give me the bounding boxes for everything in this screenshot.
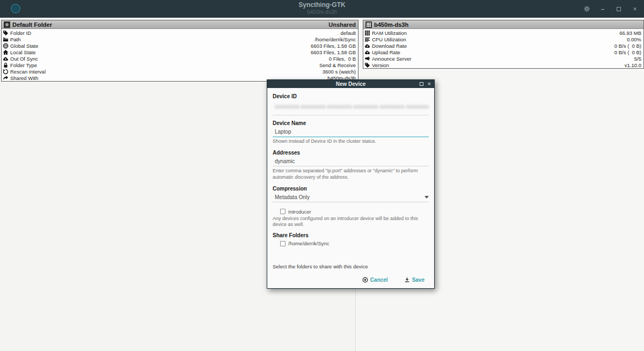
lock-icon: [3, 62, 9, 68]
share-folder-row[interactable]: /home/derrik/Sync: [273, 240, 429, 246]
dialog-maximize-icon[interactable]: [420, 82, 423, 86]
folder-title: Default Folder: [12, 21, 52, 28]
compression-select[interactable]: Metadata Only: [273, 193, 429, 202]
table-row: Global State 6603 Files, 1.58 GB: [2, 42, 358, 49]
device-panel[interactable]: b450m-ds3h RAM Utilization 66.93 MB CPU …: [363, 20, 644, 69]
field-separator: [273, 115, 429, 115]
table-row: Rescan Interval 3600 s (watch): [2, 68, 358, 75]
minimize-icon[interactable]: –: [599, 5, 606, 13]
home-icon: [3, 49, 9, 55]
addresses-field[interactable]: dynamic: [273, 157, 429, 166]
addresses-label: Addresses: [273, 150, 429, 156]
device-id-field[interactable]: XXXXXXX-XXXXXXX-XXXXXXX-XXXXXXX-XXXXXXX-…: [273, 103, 429, 111]
share-folder-checkbox[interactable]: [280, 241, 286, 246]
table-row: Announce Server 5/5: [363, 55, 643, 62]
dialog-titlebar: New Device ×: [267, 80, 434, 88]
share-folder-path: /home/derrik/Sync: [288, 240, 330, 246]
save-icon: [404, 277, 410, 283]
globe-icon: [3, 43, 9, 49]
table-row: Version v1.10.0: [363, 62, 643, 68]
megaphone-icon: [364, 56, 370, 62]
folder-status-badge: Unshared: [328, 21, 356, 28]
tag-icon: [364, 62, 370, 68]
restore-icon[interactable]: [615, 5, 623, 13]
table-row: Folder Type Send & Receive: [2, 62, 358, 68]
dialog-title: New Device: [267, 81, 434, 87]
cloud-up-icon: [364, 49, 370, 55]
save-button[interactable]: Save: [404, 277, 425, 283]
introducer-checkbox[interactable]: [280, 209, 286, 214]
share-icon: [3, 75, 9, 81]
device-name-help: Shown instead of Device ID in the cluste…: [273, 138, 429, 144]
cpu-bars-icon: [364, 36, 370, 42]
folder-status-icon: [4, 21, 10, 28]
window-titlebar: Syncthing-GTK b450m-ds3h – ×: [0, 0, 644, 18]
share-folders-label: Share Folders: [273, 232, 429, 238]
folder-icon: [3, 36, 9, 42]
device-icon: [365, 21, 372, 28]
table-row: Download Rate 0 B/s ( 0 B): [363, 42, 643, 49]
refresh-icon: [3, 69, 9, 75]
table-row: Out Of Sync 0 Files, 0 B: [2, 55, 358, 62]
folder-panel-header[interactable]: Default Folder Unshared: [2, 20, 358, 29]
cloud-down-icon: [3, 56, 9, 62]
gear-icon[interactable]: [583, 5, 590, 13]
table-row: CPU Utilization 0.00%: [363, 36, 643, 42]
cloud-down-icon: [364, 43, 370, 49]
introducer-help: Any devices configured on an introducer …: [273, 216, 429, 228]
chevron-down-icon: [425, 196, 429, 199]
table-row: Folder ID default: [2, 30, 358, 36]
device-id-label: Device ID: [273, 93, 429, 99]
table-row: Upload Rate 0 B/s ( 0 B): [363, 49, 643, 55]
window-title: Syncthing-GTK: [0, 2, 644, 9]
device-name-field[interactable]: Laptop: [273, 128, 429, 137]
cancel-button[interactable]: Cancel: [362, 277, 388, 283]
compression-label: Compression: [273, 186, 429, 192]
device-name-label: Device Name: [273, 120, 429, 126]
device-panel-header[interactable]: b450m-ds3h: [363, 20, 643, 29]
table-row: RAM Utilization 66.93 MB: [363, 30, 643, 36]
folder-panel[interactable]: Default Folder Unshared Folder ID defaul…: [1, 20, 358, 82]
introducer-checkbox-row[interactable]: Introducer: [273, 209, 429, 215]
table-row: Local State 6603 Files, 1.58 GB: [2, 49, 358, 55]
new-device-dialog: New Device × Device ID XXXXXXX-XXXXXXX-X…: [267, 79, 435, 289]
device-title: b450m-ds3h: [374, 21, 408, 28]
dialog-close-icon[interactable]: ×: [428, 81, 431, 87]
ram-grid-icon: [364, 30, 370, 36]
window-subtitle: b450m-ds3h: [0, 9, 644, 16]
cancel-icon: [362, 277, 368, 283]
table-row: Path /home/derrik/Sync: [2, 36, 358, 42]
introducer-label: Introducer: [288, 209, 311, 215]
dialog-hint: Select the folders to share with this de…: [273, 264, 429, 269]
addresses-help: Enter comma separated "ip:port" addresse…: [273, 168, 429, 180]
close-icon[interactable]: ×: [631, 5, 639, 13]
tag-icon: [3, 30, 9, 36]
